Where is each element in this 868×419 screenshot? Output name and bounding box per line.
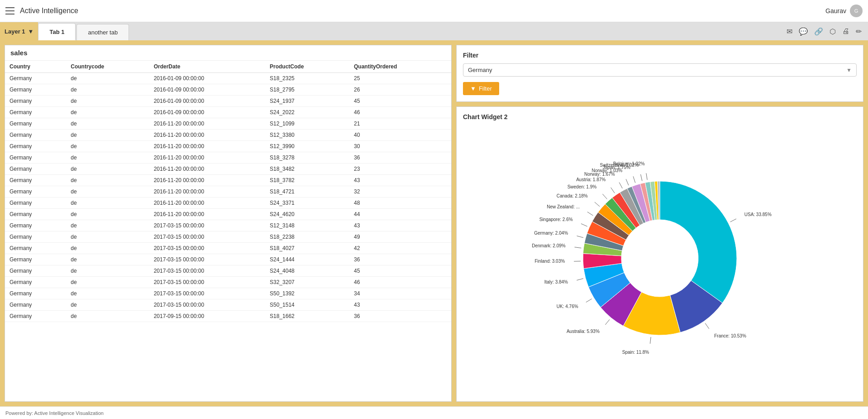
table-cell: Germany	[5, 265, 66, 277]
svg-text:Singapore: 2.6%: Singapore: 2.6%	[539, 217, 573, 222]
table-cell: 36	[349, 254, 451, 265]
tabs-bar: Layer 1 ▼ Tab 1 another tab ✉ 💬 🔗 ⬡ 🖨 ✏	[0, 22, 868, 40]
table-cell: 32	[349, 186, 451, 197]
table-cell: 46	[349, 277, 451, 288]
table-cell: S24_2022	[265, 107, 349, 118]
table-cell: 2017-03-15 00:00:00	[149, 299, 265, 311]
table-cell: 26	[349, 84, 451, 96]
svg-text:Denmark: 2.09%: Denmark: 2.09%	[532, 243, 566, 248]
table-cell: 46	[349, 107, 451, 118]
filter-title: Filter	[463, 52, 857, 59]
table-cell: 36	[349, 311, 451, 322]
svg-line-22	[595, 202, 600, 207]
filter-button[interactable]: ▼ Filter	[463, 82, 499, 95]
layer-dropdown-arrow: ▼	[28, 28, 34, 35]
table-cell: de	[66, 243, 149, 254]
share-icon[interactable]: ⬡	[829, 26, 837, 37]
table-cell: 2017-03-15 00:00:00	[149, 277, 265, 288]
layer-dropdown[interactable]: Layer 1 ▼	[0, 22, 38, 40]
email-icon[interactable]: ✉	[786, 26, 793, 37]
svg-line-0	[730, 219, 736, 222]
svg-line-28	[619, 183, 622, 188]
table-cell: Germany	[5, 73, 66, 84]
table-cell: 45	[349, 96, 451, 107]
comment-icon[interactable]: 💬	[798, 26, 809, 37]
table-cell: Germany	[5, 164, 66, 175]
table-cell: Germany	[5, 141, 66, 152]
table-cell: de	[66, 209, 149, 220]
link-icon[interactable]: 🔗	[813, 26, 824, 37]
tab-another[interactable]: another tab	[76, 24, 129, 40]
table-cell: S32_3207	[265, 277, 349, 288]
menu-icon[interactable]	[5, 7, 14, 14]
svg-text:Canada: 2.18%: Canada: 2.18%	[557, 193, 588, 198]
table-cell: S18_2325	[265, 73, 349, 84]
table-row: Germanyde2017-03-15 00:00:00S18_223849	[5, 231, 451, 243]
svg-line-32	[633, 176, 635, 183]
filter-select[interactable]: Germany ▼	[463, 63, 857, 77]
table-cell: de	[66, 107, 149, 118]
svg-line-8	[586, 299, 592, 303]
table-cell: 48	[349, 197, 451, 209]
tab-1[interactable]: Tab 1	[38, 23, 76, 40]
table-cell: de	[66, 96, 149, 107]
table-cell: Germany	[5, 288, 66, 299]
table-cell: de	[66, 288, 149, 299]
table-cell: Germany	[5, 96, 66, 107]
table-cell: S24_4048	[265, 265, 349, 277]
table-cell: 2016-11-20 00:00:00	[149, 209, 265, 220]
svg-text:Finland: 3.03%: Finland: 3.03%	[534, 259, 565, 264]
svg-text:UK: 4.76%: UK: 4.76%	[557, 304, 578, 309]
donut-chart-svg: USA: 33.85%France: 10.53%Spain: 11.8%Aus…	[520, 159, 800, 358]
table-cell: 2016-11-20 00:00:00	[149, 164, 265, 175]
table-cell: S18_4027	[265, 243, 349, 254]
table-cell: Germany	[5, 152, 66, 164]
table-cell: Germany	[5, 107, 66, 118]
table-cell: de	[66, 231, 149, 243]
tabs-toolbar: ✉ 💬 🔗 ⬡ 🖨 ✏	[786, 22, 868, 40]
col-orderdate: OrderDate	[149, 61, 265, 73]
table-cell: 34	[349, 288, 451, 299]
table-cell: 30	[349, 141, 451, 152]
table-cell: S18_2795	[265, 84, 349, 96]
table-cell: S18_4721	[265, 186, 349, 197]
table-cell: de	[66, 141, 149, 152]
table-cell: S18_3782	[265, 175, 349, 186]
table-cell: 2016-11-20 00:00:00	[149, 197, 265, 209]
svg-line-30	[626, 179, 629, 185]
footer-text: Powered by: Active Intelligence Visualiz…	[5, 410, 104, 416]
table-row: Germanyde2016-01-09 00:00:00S18_232525	[5, 73, 451, 84]
svg-text:Spain: 11.8%: Spain: 11.8%	[622, 350, 649, 355]
table-cell: de	[66, 84, 149, 96]
svg-text:Germany: 2.04%: Germany: 2.04%	[534, 231, 568, 236]
table-cell: Germany	[5, 277, 66, 288]
table-cell: 2016-11-20 00:00:00	[149, 118, 265, 130]
table-panel: sales Country Countrycode OrderDate Prod…	[5, 45, 452, 402]
table-cell: 2016-11-20 00:00:00	[149, 141, 265, 152]
table-cell: 2016-01-09 00:00:00	[149, 96, 265, 107]
table-cell: Germany	[5, 197, 66, 209]
user-avatar[interactable]: G	[850, 5, 863, 17]
table-row: Germanyde2016-11-20 00:00:00S18_348223	[5, 164, 451, 175]
edit-icon[interactable]: ✏	[855, 26, 863, 37]
table-cell: de	[66, 164, 149, 175]
table-wrapper[interactable]: Country Countrycode OrderDate ProductCod…	[5, 61, 451, 401]
table-row: Germanyde2016-11-20 00:00:00S12_338040	[5, 130, 451, 141]
svg-text:New Zealand: ...: New Zealand: ...	[547, 204, 580, 209]
table-row: Germanyde2016-01-09 00:00:00S18_279526	[5, 84, 451, 96]
table-cell: de	[66, 299, 149, 311]
svg-line-4	[650, 337, 651, 344]
table-cell: 43	[349, 175, 451, 186]
right-panel: Filter Germany ▼ ▼ Filter Chart Widget 2…	[456, 45, 863, 402]
print-icon[interactable]: 🖨	[841, 26, 850, 36]
col-productcode: ProductCode	[265, 61, 349, 73]
table-cell: 2017-03-15 00:00:00	[149, 265, 265, 277]
table-row: Germanyde2016-11-20 00:00:00S12_399030	[5, 141, 451, 152]
svg-line-14	[575, 247, 582, 248]
table-cell: Germany	[5, 209, 66, 220]
table-cell: Germany	[5, 175, 66, 186]
table-cell: de	[66, 220, 149, 231]
table-cell: de	[66, 277, 149, 288]
svg-text:Sweden: 1.9%: Sweden: 1.9%	[568, 184, 597, 189]
table-cell: Germany	[5, 186, 66, 197]
